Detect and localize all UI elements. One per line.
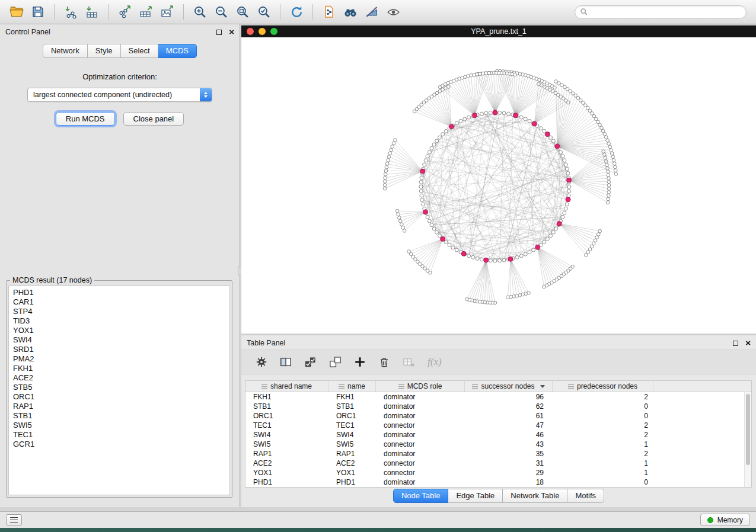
save-session-button[interactable] [27, 2, 49, 21]
column-sort-icon[interactable] [472, 384, 478, 389]
export-document-button[interactable] [318, 2, 340, 21]
mcds-result-item[interactable]: ORC1 [9, 392, 229, 402]
column-chooser-button[interactable] [280, 356, 292, 368]
mcds-result-item[interactable]: STB5 [9, 383, 229, 392]
minimize-window-icon[interactable] [259, 28, 266, 35]
control-panel-tabs: NetworkStyleSelectMCDS [0, 44, 240, 58]
mcds-result-item[interactable]: PMA2 [9, 354, 229, 364]
mcds-result-item[interactable]: YOX1 [9, 326, 229, 335]
table-panel-title: Table Panel [247, 339, 285, 347]
float-table-panel-icon[interactable] [733, 341, 738, 346]
zoom-in-icon [193, 5, 208, 20]
show-hide-view-button[interactable] [382, 2, 404, 21]
open-session-button[interactable] [6, 2, 27, 21]
apply-layout-button[interactable] [286, 2, 307, 21]
table-row[interactable]: ORC1ORC1dominator610 [245, 411, 744, 421]
table-row[interactable]: SWI5SWI5connector431 [245, 440, 744, 449]
mcds-result-list[interactable]: PHD1CAR1STP4TID3YOX1SWI4SRD1PMA2FKH1ACE2… [8, 286, 230, 495]
select-all-button[interactable] [304, 356, 317, 368]
mcds-result-item[interactable]: TID3 [9, 316, 229, 326]
table-settings-button[interactable] [256, 356, 267, 368]
column-header-successor-nodes[interactable]: successor nodes [465, 381, 553, 392]
close-panel-button[interactable]: Close panel [123, 112, 184, 126]
hamburger-icon [10, 517, 18, 518]
table-row[interactable]: SWI4SWI4dominator462 [245, 430, 744, 440]
tab-edge-table[interactable]: Edge Table [448, 489, 503, 503]
tab-network[interactable]: Network [43, 44, 88, 58]
mcds-result-item[interactable]: SWI4 [9, 335, 229, 345]
table-row[interactable]: STB1STB1dominator620 [245, 402, 744, 411]
zoom-selected-button[interactable] [253, 2, 275, 21]
column-header-MCDS-role[interactable]: MCDS role [376, 381, 465, 392]
mcds-result-item[interactable]: CAR1 [9, 297, 229, 307]
find-button[interactable] [340, 2, 361, 21]
search-input[interactable] [588, 8, 741, 16]
graphics-details-button[interactable] [361, 2, 382, 21]
delete-column-button[interactable] [378, 356, 390, 368]
column-sort-icon[interactable] [568, 384, 574, 389]
tab-node-table[interactable]: Node Table [393, 489, 449, 503]
add-column-button[interactable] [354, 356, 366, 368]
maximize-window-icon[interactable] [270, 28, 277, 35]
column-header-predecessor-nodes[interactable]: predecessor nodes [553, 381, 653, 392]
search-box[interactable] [575, 5, 747, 19]
status-list-button[interactable] [6, 514, 22, 525]
export-table-button[interactable] [135, 2, 157, 21]
network-canvas[interactable] [241, 37, 756, 334]
mcds-result-item[interactable]: PHD1 [9, 288, 229, 297]
close-window-icon[interactable] [247, 28, 254, 35]
table-row[interactable]: YOX1YOX1connector291 [245, 468, 744, 477]
table-scrollbar-thumb[interactable] [746, 394, 750, 465]
dropdown-stepper-icon[interactable] [200, 88, 212, 101]
import-network-button[interactable] [60, 2, 81, 21]
memory-label: Memory [717, 516, 743, 524]
column-sort-icon[interactable] [261, 384, 267, 389]
table-cell: connector [376, 469, 465, 477]
table-cell: PHD1 [328, 478, 376, 486]
tab-style[interactable]: Style [88, 44, 121, 58]
column-header-filler [653, 381, 751, 392]
mcds-result-item[interactable]: FKH1 [9, 364, 229, 373]
import-table-button[interactable] [81, 2, 103, 21]
export-network-button[interactable] [114, 2, 135, 21]
sort-direction-icon[interactable] [540, 385, 545, 388]
mcds-result-item[interactable]: ACE2 [9, 373, 229, 383]
tab-select[interactable]: Select [121, 44, 158, 58]
float-panel-icon[interactable] [216, 30, 222, 35]
unselect-all-icon [329, 356, 342, 368]
table-row[interactable]: ACE2ACE2connector311 [245, 459, 744, 468]
optimization-criterion-dropdown[interactable]: largest connected component (undirected) [27, 88, 212, 102]
table-cell: 1 [553, 440, 653, 448]
network-window-titlebar[interactable]: YPA_prune.txt_1 [241, 25, 756, 37]
zoom-out-button[interactable] [210, 2, 232, 21]
tab-network-table[interactable]: Network Table [503, 489, 567, 503]
mcds-result-item[interactable]: GCR1 [9, 440, 229, 449]
table-row[interactable]: TEC1TEC1connector472 [245, 421, 744, 430]
run-mcds-button[interactable]: Run MCDS [56, 112, 115, 126]
table-row[interactable]: RAP1RAP1dominator352 [245, 449, 744, 459]
tab-mcds[interactable]: MCDS [158, 44, 197, 58]
table-row[interactable]: FKH1FKH1dominator962 [245, 392, 744, 402]
unselect-all-button[interactable] [329, 356, 342, 368]
mcds-result-item[interactable]: STB1 [9, 411, 229, 421]
mcds-result-item[interactable]: TEC1 [9, 430, 229, 440]
close-panel-icon[interactable]: × [229, 29, 234, 35]
table-cell: ACE2 [245, 459, 328, 467]
mcds-result-item[interactable]: SWI5 [9, 421, 229, 430]
column-sort-icon[interactable] [339, 384, 344, 389]
column-sort-icon[interactable] [398, 384, 404, 389]
zoom-fit-button[interactable] [232, 2, 253, 21]
mcds-result-item[interactable]: RAP1 [9, 402, 229, 411]
column-header-shared-name[interactable]: shared name [245, 381, 328, 392]
memory-button[interactable]: Memory [700, 514, 750, 526]
column-header-name[interactable]: name [328, 381, 376, 392]
zoom-in-button[interactable] [189, 2, 210, 21]
export-image-button[interactable] [157, 2, 178, 21]
table-cell: 96 [465, 393, 553, 401]
table-scrollbar[interactable] [744, 392, 751, 487]
mcds-result-item[interactable]: STP4 [9, 307, 229, 316]
table-row[interactable]: PHD1PHD1dominator180 [245, 477, 744, 487]
close-table-panel-icon[interactable]: × [745, 340, 751, 346]
tab-motifs[interactable]: Motifs [567, 489, 604, 503]
mcds-result-item[interactable]: SRD1 [9, 345, 229, 354]
